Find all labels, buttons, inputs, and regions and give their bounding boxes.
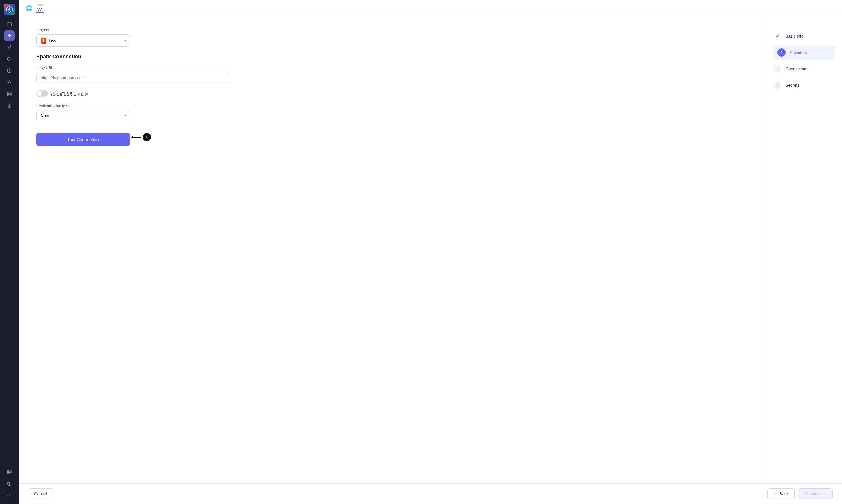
provider-select-wrapper: Livy ▾ [36,34,130,47]
grid-icon[interactable] [4,89,15,99]
livy-url-input[interactable] [36,72,229,83]
step-3-label: Connections [786,67,808,71]
svg-point-23 [7,495,8,496]
step-4-number: 4 [773,81,781,89]
more-icon[interactable] [4,490,15,501]
svg-line-8 [8,47,10,48]
livy-brand-icon [41,38,47,43]
svg-rect-15 [7,95,9,96]
mtls-toggle[interactable] [36,90,48,97]
sidebar [0,0,19,504]
svg-point-25 [11,495,11,496]
step-2-label: Providers [790,50,807,55]
form-area: Provider Livy ▾ Spark Con [19,16,766,483]
continue-button[interactable]: Continue → [798,488,832,499]
fabric-label: Fabric [36,3,44,7]
svg-point-7 [9,48,10,49]
livy-url-label: *Livy URL [36,66,749,70]
step-1-number: ✓ [773,32,781,40]
cancel-button[interactable]: Cancel [28,488,53,499]
help-icon[interactable] [4,478,15,489]
app-logo[interactable] [3,3,15,15]
step-1-label: Basic Info [786,34,803,38]
auth-type-select[interactable]: None ▾ [36,110,130,121]
auth-type-label: *Authentication type [36,104,749,108]
provider-chevron-icon: ▾ [124,38,126,43]
step-3-number: 3 [773,65,781,73]
back-label: Back [779,491,789,496]
connection-title: livy [36,7,44,13]
add-icon[interactable] [4,30,15,41]
footer-right: ← Back Continue → [768,488,832,499]
nodes-icon[interactable] [4,42,15,53]
footer: Cancel ← Back Continue → [19,483,842,504]
globe-icon: 🌐 [26,5,32,12]
svg-marker-11 [7,57,12,61]
step-item-4: 4 Secrets [773,77,835,93]
auth-type-field-group: *Authentication type None ▾ [36,104,749,121]
provider-value: Livy [49,38,56,43]
table-icon[interactable] [4,467,15,477]
step-2-number: 2 [777,49,786,57]
step-item-3: 3 Connections [773,61,835,77]
svg-point-5 [7,46,8,47]
continue-arrow-icon: → [822,491,826,496]
svg-rect-16 [10,95,12,96]
section-title: Spark Connection [36,54,749,60]
download-icon[interactable] [4,101,15,111]
main-content: 🌐 Fabric livy Provider [19,0,842,504]
step-item-1: ✓ Basic Info [773,28,835,44]
auth-chevron-icon: ▾ [124,113,126,118]
camera-icon[interactable] [4,19,15,29]
test-connection-button[interactable]: Test Connection [36,133,130,146]
svg-point-1 [8,8,10,10]
mtls-toggle-wrapper: Use mTLS Encryption [36,90,749,97]
annotation-arrow: 1 [133,133,151,141]
svg-rect-13 [7,92,9,93]
auth-type-value: None [41,113,50,118]
svg-rect-17 [7,470,12,474]
required-asterisk-auth: * [36,104,38,108]
svg-rect-14 [10,92,12,93]
clock-icon[interactable] [4,66,15,76]
header: 🌐 Fabric livy [19,0,842,16]
provider-field-group: Provider Livy ▾ [36,28,749,47]
stepper-panel: ✓ Basic Info 2 Providers 3 Connections 4… [766,16,842,483]
back-arrow-icon: ← [774,491,778,496]
required-asterisk: * [36,66,38,70]
step-row-active: 2 Providers [773,46,835,59]
page-body: Provider Livy ▾ Spark Con [19,16,842,483]
svg-rect-2 [7,23,12,26]
annotation-line [133,137,141,138]
svg-point-6 [10,46,11,47]
provider-select[interactable]: Livy ▾ [36,34,130,47]
annotation-badge: 1 [143,133,151,141]
provider-label: Provider [36,28,749,32]
activity-icon[interactable] [4,77,15,88]
diamond-icon[interactable] [4,54,15,64]
mtls-label: Use mTLS Encryption [51,91,88,96]
back-button[interactable]: ← Back [768,488,795,499]
continue-label: Continue [804,491,821,496]
livy-url-field-group: *Livy URL [36,66,749,83]
test-connection-wrapper: Test Connection 1 [36,128,151,146]
auth-type-select-wrapper: None ▾ [36,110,130,121]
header-info: Fabric livy [36,3,44,13]
step-4-label: Secrets [786,83,799,88]
svg-point-24 [9,495,10,496]
svg-line-9 [10,47,11,48]
